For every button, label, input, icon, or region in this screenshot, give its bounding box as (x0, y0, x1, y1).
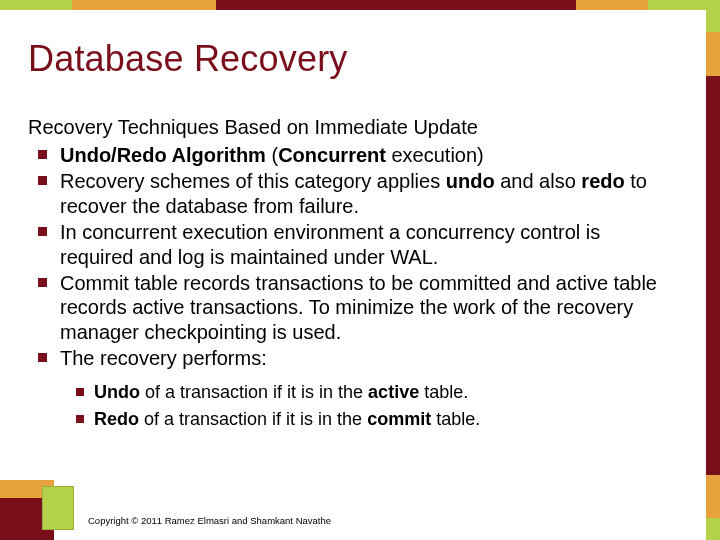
bullet-item: In concurrent execution environment a co… (28, 220, 678, 269)
text-bold: Concurrent (278, 144, 386, 166)
text-bold: undo (446, 170, 495, 192)
text-bold: commit (367, 409, 431, 429)
sub-bullet-list: Undo of a transaction if it is in the ac… (28, 381, 678, 432)
text: of a transaction if it is in the (139, 409, 367, 429)
text-bold: Redo (94, 409, 139, 429)
text: of a transaction if it is in the (140, 382, 368, 402)
text: In concurrent execution environment a co… (60, 221, 600, 267)
text-bold: active (368, 382, 419, 402)
text: Recovery schemes of this category applie… (60, 170, 446, 192)
slide-subtitle: Recovery Techniques Based on Immediate U… (28, 116, 678, 139)
text: The recovery performs: (60, 347, 267, 369)
bullet-item: Commit table records transactions to be … (28, 271, 678, 344)
text: table. (419, 382, 468, 402)
bullet-item: Recovery schemes of this category applie… (28, 169, 678, 218)
text: and also (495, 170, 582, 192)
text-bold: redo (581, 170, 624, 192)
text: table. (431, 409, 480, 429)
text: execution) (386, 144, 484, 166)
text-bold: Undo/Redo Algorithm (60, 144, 266, 166)
copyright-footer: Copyright © 2011 Ramez Elmasri and Shamk… (88, 515, 331, 526)
sub-bullet-item: Redo of a transaction if it is in the co… (28, 408, 678, 431)
main-bullet-list: Undo/Redo Algorithm (Concurrent executio… (28, 143, 678, 371)
decorative-right-stripe (706, 0, 720, 540)
bullet-item: The recovery performs: (28, 346, 678, 370)
slide-title: Database Recovery (28, 38, 678, 80)
decorative-top-stripe (0, 0, 720, 10)
slide-content: Database Recovery Recovery Techniques Ba… (0, 10, 706, 540)
text: ( (266, 144, 278, 166)
bullet-item: Undo/Redo Algorithm (Concurrent executio… (28, 143, 678, 167)
text: Commit table records transactions to be … (60, 272, 657, 343)
sub-bullet-item: Undo of a transaction if it is in the ac… (28, 381, 678, 404)
text-bold: Undo (94, 382, 140, 402)
